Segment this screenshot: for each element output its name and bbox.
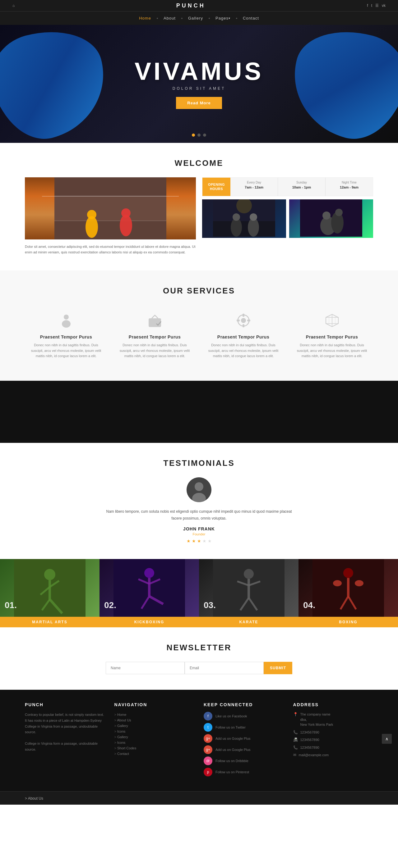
google-social-icon-1[interactable]: g+ xyxy=(204,734,212,743)
pinterest-social-icon[interactable]: p xyxy=(204,768,212,776)
time-3: 12am - 9am xyxy=(329,185,370,189)
footer-link-icons2[interactable]: Icons xyxy=(114,740,195,745)
twitter-label: Follow us on Twitter xyxy=(216,725,246,729)
newsletter-name-input[interactable] xyxy=(106,662,185,674)
footer-link-shortcodes[interactable]: Short Codes xyxy=(114,745,195,751)
footer-brand-col: PUNCH Contrary to popular belief, is not… xyxy=(25,702,105,779)
svg-rect-1 xyxy=(54,196,166,221)
footer-navigation-col: NAVIGATION Home About Us Gallery Icons G… xyxy=(114,702,195,779)
footer-brand-text2: College in Virginia form a passage, undo… xyxy=(25,741,105,752)
hero-dot-3[interactable] xyxy=(203,133,206,137)
vk-icon[interactable]: vk xyxy=(382,3,386,8)
service-icon-2 xyxy=(145,311,164,330)
hero-subtitle: DOLOR SIT AMET xyxy=(135,86,264,91)
nav-gallery[interactable]: Gallery xyxy=(182,11,209,25)
facebook-social-icon[interactable]: f xyxy=(204,712,212,720)
activity-label-2: KICKBOXING xyxy=(100,617,199,627)
footer-link-icons[interactable]: Icons xyxy=(114,728,195,734)
svg-point-17 xyxy=(322,212,331,220)
address-location-row: 📍 The company namedba,New York Morris Pa… xyxy=(293,712,373,727)
footer-nav-title: NAVIGATION xyxy=(114,702,195,707)
footer-nav-links: Home About Us Gallery Icons Gallery Icon… xyxy=(114,712,195,756)
site-logo: PUNCH xyxy=(15,2,367,9)
svg-point-21 xyxy=(62,320,70,328)
svg-point-56 xyxy=(333,580,342,586)
service-icon-3 xyxy=(234,311,253,330)
testimonials-title: TESTIMONIALS xyxy=(25,458,373,468)
footer-link-contact[interactable]: Contact xyxy=(114,751,195,756)
footer-link-gallery2[interactable]: Gallery xyxy=(114,734,195,740)
newsletter-email-input[interactable] xyxy=(185,662,264,674)
home-icon[interactable]: ⌂ xyxy=(12,3,15,8)
facebook-icon[interactable]: f xyxy=(367,3,368,8)
service-title-4: Praesent Tempor Purus xyxy=(295,335,368,339)
address-phone2: 1234567890 xyxy=(301,745,319,750)
welcome-photos xyxy=(202,199,373,238)
svg-point-20 xyxy=(64,315,69,319)
footer-link-about[interactable]: About Us xyxy=(114,717,195,723)
activity-label-1: MARTIAL ARTS xyxy=(0,617,100,627)
welcome-title: WELCOME xyxy=(25,158,373,168)
nav-about[interactable]: About xyxy=(158,11,181,25)
svg-point-4 xyxy=(86,216,98,238)
dark-section xyxy=(0,381,398,443)
location-icon: 📍 xyxy=(293,712,298,716)
twitter-icon[interactable]: t xyxy=(371,3,372,8)
footer-link-home[interactable]: Home xyxy=(114,712,195,717)
svg-point-7 xyxy=(121,208,131,218)
service-title-1: Praesent Tempor Purus xyxy=(30,335,103,339)
footer-social-title: KEEP CONNECTED xyxy=(204,702,284,707)
page-footer: PUNCH Contrary to popular belief, is not… xyxy=(0,690,398,791)
breadcrumb: > About Us xyxy=(25,796,43,801)
hero-dot-2[interactable] xyxy=(197,133,201,137)
welcome-section: WELCOME xyxy=(0,143,398,271)
service-text-4: Donec non nibh in dui sagittis finibus. … xyxy=(295,343,368,359)
boxing-ring xyxy=(25,177,196,240)
nav-home[interactable]: Home xyxy=(133,11,157,25)
testimonial-avatar xyxy=(187,477,211,502)
newsletter-form: SUBMIT xyxy=(106,662,292,674)
svg-point-40 xyxy=(144,568,154,578)
services-section: OUR SERVICES Praesent Tempor Purus Donec… xyxy=(0,271,398,381)
google-social-icon-2[interactable]: g+ xyxy=(204,745,212,754)
star-5: ★ xyxy=(208,538,212,544)
welcome-left-col: Dolor sit amet, consectetur adipiscing e… xyxy=(25,177,196,255)
nav-pages[interactable]: Pages xyxy=(210,11,236,25)
social-row-twitter: t Follow us on Twitter xyxy=(204,723,284,732)
svg-point-6 xyxy=(120,215,132,236)
phone-icon-1: 📞 xyxy=(293,730,298,735)
footer-link-gallery[interactable]: Gallery xyxy=(114,723,195,728)
twitter-social-icon[interactable]: t xyxy=(204,723,212,732)
hours-everyday: Every Day 7am - 12am xyxy=(230,178,278,196)
address-location: The company namedba,New York Morris Park xyxy=(301,712,333,727)
testimonials-section: TESTIMONIALS Nam libero tempore, cum sol… xyxy=(0,443,398,559)
svg-rect-27 xyxy=(237,319,240,321)
hero-cta-button[interactable]: Read More xyxy=(176,97,222,109)
welcome-boxing-image xyxy=(25,177,196,240)
svg-point-30 xyxy=(195,482,203,491)
svg-point-47 xyxy=(244,569,254,579)
welcome-photo-1 xyxy=(202,199,286,238)
dribbble-social-icon[interactable]: dr xyxy=(204,756,212,765)
breadcrumb-bar: > About Us xyxy=(0,791,398,805)
footer-brand-text1: Contrary to popular belief, is not simpl… xyxy=(25,712,105,735)
testimonial-name: JOHN FRANK xyxy=(25,526,373,531)
pinterest-label: Follow us on Pinterest xyxy=(216,770,249,774)
nav-contact[interactable]: Contact xyxy=(237,11,265,25)
google-label-1: Add us on Google Plus xyxy=(216,737,251,740)
time-1: 7am - 12am xyxy=(233,185,275,189)
testimonial-stars: ★ ★ ★ ★ ★ xyxy=(25,538,373,544)
newsletter-submit-button[interactable]: SUBMIT xyxy=(264,662,292,674)
hero-dot-1[interactable] xyxy=(192,133,195,137)
dribbble-label: Follow us on Dribbble xyxy=(216,759,249,763)
email-icon: ✉ xyxy=(293,753,296,757)
address-email: mail@example.com xyxy=(299,752,329,758)
hero-dots xyxy=(192,133,206,137)
scroll-top-button[interactable]: ∧ xyxy=(382,734,392,744)
footer-address-title: ADDRESS xyxy=(293,702,373,707)
svg-point-5 xyxy=(87,210,96,219)
hero-title: VIVAMUS xyxy=(135,59,264,84)
svg-rect-28 xyxy=(247,319,250,321)
address-fax-row: 📠 1234567890 xyxy=(293,737,373,743)
rss-icon[interactable]: ☰ xyxy=(375,3,379,8)
